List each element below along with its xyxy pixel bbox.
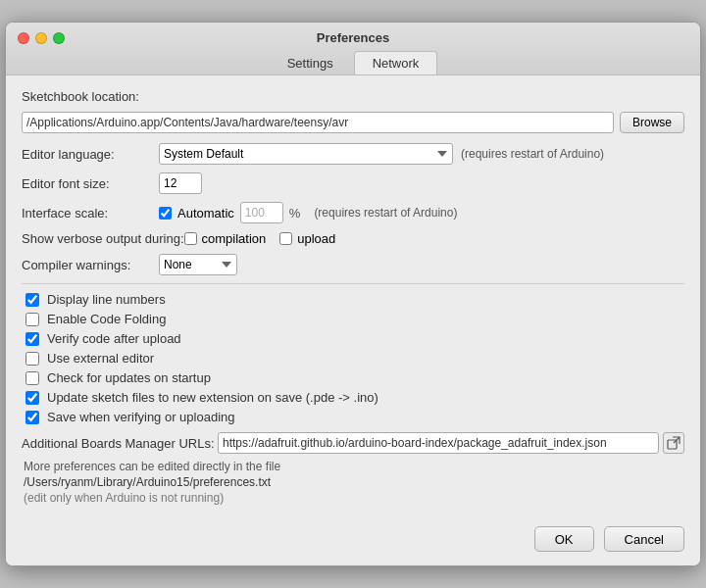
editor-language-row: Editor language: System Default (require…: [22, 143, 684, 165]
check-updates-label: Check for updates on startup: [47, 370, 211, 385]
cancel-button[interactable]: Cancel: [604, 526, 684, 552]
save-verifying-label: Save when verifying or uploading: [47, 410, 235, 424]
update-sketch-checkbox[interactable]: [25, 391, 39, 405]
ok-button[interactable]: OK: [534, 526, 594, 552]
verbose-output-label: Show verbose output during:: [22, 231, 184, 246]
tab-bar: Settings Network: [269, 51, 438, 74]
checkbox-enable-code-folding: Enable Code Folding: [22, 312, 684, 326]
editor-font-label: Editor font size:: [22, 176, 159, 191]
copy-url-button[interactable]: [663, 432, 684, 454]
upload-item: upload: [279, 231, 335, 246]
compilation-checkbox[interactable]: [184, 232, 197, 245]
update-sketch-label: Update sketch files to new extension on …: [47, 390, 378, 405]
content-area: Sketchbook location: Browse Editor langu…: [6, 75, 700, 516]
interface-scale-label: Interface scale:: [22, 206, 159, 220]
checkbox-external-editor: Use external editor: [22, 351, 684, 366]
interface-scale-note: (requires restart of Arduino): [314, 206, 457, 220]
checkbox-save-verifying: Save when verifying or uploading: [22, 410, 684, 424]
compiler-warnings-row: Compiler warnings: None: [22, 254, 684, 275]
sketchbook-row: Sketchbook location:: [22, 89, 684, 104]
automatic-checkbox[interactable]: [159, 207, 172, 220]
close-button[interactable]: [18, 32, 29, 44]
info-line1: More preferences can be edited directly …: [22, 460, 684, 473]
external-editor-checkbox[interactable]: [25, 352, 39, 366]
verbose-output-row: Show verbose output during: compilation …: [22, 231, 684, 246]
upload-checkbox[interactable]: [279, 232, 292, 245]
info-line2: /Users/ryanm/Library/Arduino15/preferenc…: [22, 475, 684, 489]
minimize-button[interactable]: [35, 32, 47, 44]
external-link-icon: [667, 436, 681, 450]
scale-pct-input[interactable]: [240, 202, 283, 223]
sketchbook-path-row: Browse: [22, 112, 684, 133]
compiler-warnings-select[interactable]: None: [159, 254, 237, 275]
traffic-lights: [18, 32, 65, 44]
interface-scale-controls: Automatic % (requires restart of Arduino…: [159, 202, 457, 223]
enable-code-folding-label: Enable Code Folding: [47, 312, 166, 326]
preferences-window: Preferences Settings Network Sketchbook …: [5, 22, 701, 566]
editor-language-note: (requires restart of Arduino): [461, 147, 604, 161]
maximize-button[interactable]: [53, 32, 65, 44]
tab-settings[interactable]: Settings: [269, 51, 352, 74]
sketchbook-label: Sketchbook location:: [22, 89, 159, 104]
additional-boards-label: Additional Boards Manager URLs:: [22, 436, 218, 451]
window-title: Preferences: [18, 30, 688, 45]
display-line-numbers-label: Display line numbers: [47, 292, 166, 307]
compiler-warnings-label: Compiler warnings:: [22, 258, 159, 272]
checkbox-display-line-numbers: Display line numbers: [22, 292, 684, 307]
checkbox-check-updates: Check for updates on startup: [22, 370, 684, 385]
info-section: More preferences can be edited directly …: [22, 460, 684, 505]
editor-language-select[interactable]: System Default: [159, 143, 453, 165]
pct-symbol: %: [289, 206, 301, 220]
footer: OK Cancel: [6, 516, 700, 565]
browse-button[interactable]: Browse: [620, 112, 684, 133]
compilation-item: compilation: [184, 231, 267, 246]
interface-scale-row: Interface scale: Automatic % (requires r…: [22, 202, 684, 223]
verify-code-checkbox[interactable]: [25, 332, 39, 346]
editor-language-label: Editor language:: [22, 147, 159, 162]
compilation-label: compilation: [202, 231, 267, 246]
additional-boards-url-input[interactable]: [218, 432, 659, 454]
sketchbook-path-input[interactable]: [22, 112, 614, 133]
enable-code-folding-checkbox[interactable]: [25, 313, 39, 326]
checkbox-update-sketch: Update sketch files to new extension on …: [22, 390, 684, 405]
external-editor-label: Use external editor: [47, 351, 154, 366]
additional-boards-row: Additional Boards Manager URLs:: [22, 432, 684, 454]
upload-label: upload: [297, 231, 335, 246]
checkboxes-section: Display line numbers Enable Code Folding…: [22, 292, 684, 424]
editor-font-row: Editor font size:: [22, 172, 684, 194]
title-bar: Preferences Settings Network: [6, 23, 700, 75]
checkbox-verify-code: Verify code after upload: [22, 331, 684, 346]
tab-network[interactable]: Network: [354, 51, 438, 74]
info-line3: (edit only when Arduino is not running): [22, 491, 684, 505]
editor-font-input[interactable]: [159, 172, 202, 194]
automatic-label: Automatic: [177, 206, 234, 220]
divider: [22, 283, 684, 284]
save-verifying-checkbox[interactable]: [25, 411, 39, 424]
check-updates-checkbox[interactable]: [25, 371, 39, 385]
display-line-numbers-checkbox[interactable]: [25, 293, 39, 307]
verify-code-label: Verify code after upload: [47, 331, 181, 346]
verbose-checks: compilation upload: [184, 231, 336, 246]
